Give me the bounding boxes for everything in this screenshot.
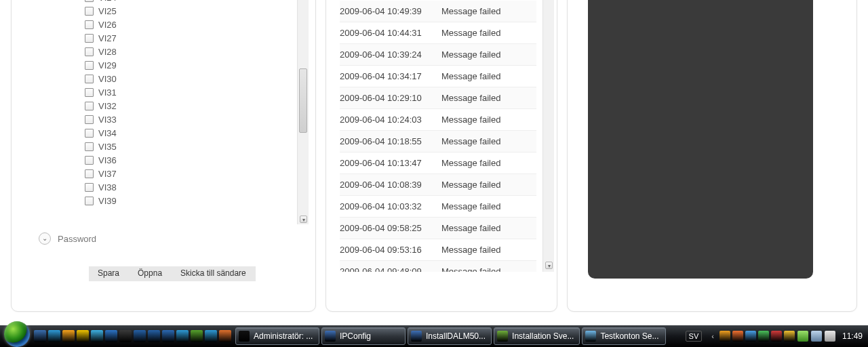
event-message: Message failed <box>441 223 500 233</box>
event-row[interactable]: 2009-06-04 10:08:39Message failed <box>340 174 536 196</box>
quick-launch-icon[interactable] <box>205 330 217 342</box>
variable-checkbox[interactable] <box>85 47 94 56</box>
variable-checkbox[interactable] <box>85 183 94 192</box>
event-row[interactable]: 2009-06-04 10:49:39Message failed <box>340 1 536 22</box>
variable-checkbox[interactable] <box>85 0 94 2</box>
tray-icon[interactable] <box>745 331 756 342</box>
scrollbar-down-arrow-icon[interactable]: ▾ <box>545 262 553 269</box>
tray-icon[interactable] <box>719 331 730 342</box>
language-indicator[interactable]: SV <box>686 331 703 342</box>
tray-icon[interactable] <box>771 331 782 342</box>
variable-label: VI35 <box>98 142 117 152</box>
variable-row: VI36 <box>85 153 295 167</box>
event-message: Message failed <box>441 6 500 16</box>
variable-checkbox[interactable] <box>85 61 94 70</box>
quick-launch-icon[interactable] <box>105 330 117 342</box>
send-to-transmitter-button[interactable]: Skicka till sändare <box>172 266 256 281</box>
taskbar-items: Administratör: ...IPConfigInstallDALM50.… <box>235 327 668 345</box>
open-button[interactable]: Öppna <box>129 266 172 281</box>
variable-list-scrollbar[interactable]: ▾ <box>297 0 309 224</box>
quick-launch-icon[interactable] <box>91 330 103 342</box>
event-row[interactable]: 2009-06-04 10:39:24Message failed <box>340 44 536 66</box>
event-row[interactable]: 2009-06-04 09:48:09Message failed <box>340 261 536 272</box>
password-expander-row[interactable]: ⌄ Password <box>39 232 96 245</box>
event-message: Message failed <box>441 49 500 60</box>
tray-icon[interactable] <box>732 331 743 342</box>
variable-label: VI25 <box>98 6 117 16</box>
quick-launch <box>34 330 231 342</box>
quick-launch-icon[interactable] <box>191 330 203 342</box>
event-row[interactable]: 2009-06-04 09:58:25Message failed <box>340 218 536 239</box>
event-row[interactable]: 2009-06-04 10:13:47Message failed <box>340 152 536 174</box>
variable-checkbox[interactable] <box>85 88 94 97</box>
save-button[interactable]: Spara <box>89 266 129 281</box>
tray-icon[interactable] <box>758 331 769 342</box>
taskbar-window-button[interactable]: InstallDALM50... <box>408 327 492 345</box>
start-button[interactable] <box>4 321 30 347</box>
battery-icon[interactable] <box>797 331 808 342</box>
quick-launch-icon[interactable] <box>48 330 60 342</box>
taskbar-window-icon <box>585 331 596 342</box>
variable-checkbox[interactable] <box>85 34 94 43</box>
quick-launch-icon[interactable] <box>62 330 75 342</box>
variable-label: VI24 <box>98 0 117 3</box>
taskbar-window-label: Administratör: ... <box>254 331 313 341</box>
quick-launch-icon[interactable] <box>119 330 132 342</box>
variable-checkbox[interactable] <box>85 115 94 124</box>
event-row[interactable]: 2009-06-04 09:53:16Message failed <box>340 239 536 261</box>
taskbar-window-button[interactable]: IPConfig <box>321 327 406 345</box>
quick-launch-icon[interactable] <box>162 330 174 342</box>
taskbar-clock[interactable]: 11:49 <box>842 331 863 341</box>
variable-row: VI31 <box>85 85 295 99</box>
scrollbar-down-arrow-icon[interactable]: ▾ <box>300 216 307 223</box>
variable-checkbox[interactable] <box>85 7 94 16</box>
variable-checkbox[interactable] <box>85 197 94 205</box>
event-timestamp: 2009-06-04 10:08:39 <box>340 180 441 190</box>
event-message: Message failed <box>441 266 500 272</box>
event-list-scrollbar[interactable]: ▾ <box>542 0 554 272</box>
network-icon[interactable] <box>811 331 822 342</box>
variable-checkbox[interactable] <box>85 20 94 29</box>
variable-label: VI27 <box>98 33 117 43</box>
event-message: Message failed <box>441 158 500 168</box>
event-row[interactable]: 2009-06-04 10:44:31Message failed <box>340 22 536 44</box>
variable-checkbox[interactable] <box>85 156 94 165</box>
variable-checkbox[interactable] <box>85 102 94 110</box>
variable-label: VI38 <box>98 182 117 192</box>
tray-icon[interactable] <box>784 331 795 342</box>
event-row[interactable]: 2009-06-04 10:18:55Message failed <box>340 131 536 152</box>
variable-row: VI28 <box>85 45 295 58</box>
event-message: Message failed <box>441 245 500 255</box>
taskbar-window-button[interactable]: Administratör: ... <box>235 327 319 345</box>
chevron-down-icon[interactable]: ⌄ <box>39 232 51 245</box>
taskbar-window-button[interactable]: Installation Sve... <box>494 327 580 345</box>
event-row[interactable]: 2009-06-04 10:24:03Message failed <box>340 109 536 131</box>
scrollbar-thumb[interactable] <box>299 68 307 133</box>
quick-launch-icon[interactable] <box>148 330 160 342</box>
variable-row: VI37 <box>85 167 295 180</box>
quick-launch-icon[interactable] <box>176 330 189 342</box>
tray-expand-icon[interactable]: ‹ <box>711 332 714 340</box>
variable-row: VI25 <box>85 4 295 18</box>
event-row[interactable]: 2009-06-04 10:03:32Message failed <box>340 196 536 218</box>
variable-checkbox[interactable] <box>85 75 94 83</box>
event-row[interactable]: 2009-06-04 10:34:17Message failed <box>340 66 536 87</box>
quick-launch-icon[interactable] <box>77 330 89 342</box>
event-row[interactable]: 2009-06-04 10:29:10Message failed <box>340 87 536 109</box>
variable-checkbox[interactable] <box>85 169 94 178</box>
variable-label: VI32 <box>98 101 117 111</box>
event-timestamp: 2009-06-04 10:44:31 <box>340 28 441 38</box>
variable-checkbox[interactable] <box>85 142 94 151</box>
system-tray: SV ‹ 11:49 <box>686 331 868 342</box>
event-timestamp: 2009-06-04 10:13:47 <box>340 158 441 168</box>
taskbar-window-button[interactable]: Testkonton Se... <box>582 327 666 345</box>
quick-launch-icon[interactable] <box>34 330 46 342</box>
event-message: Message failed <box>441 28 500 38</box>
quick-launch-icon[interactable] <box>219 330 231 342</box>
event-message: Message failed <box>441 180 500 190</box>
volume-icon[interactable] <box>825 331 835 342</box>
event-timestamp: 2009-06-04 10:49:39 <box>340 6 441 16</box>
quick-launch-icon[interactable] <box>134 330 146 342</box>
tray-icons <box>719 331 795 342</box>
variable-checkbox[interactable] <box>85 129 94 138</box>
